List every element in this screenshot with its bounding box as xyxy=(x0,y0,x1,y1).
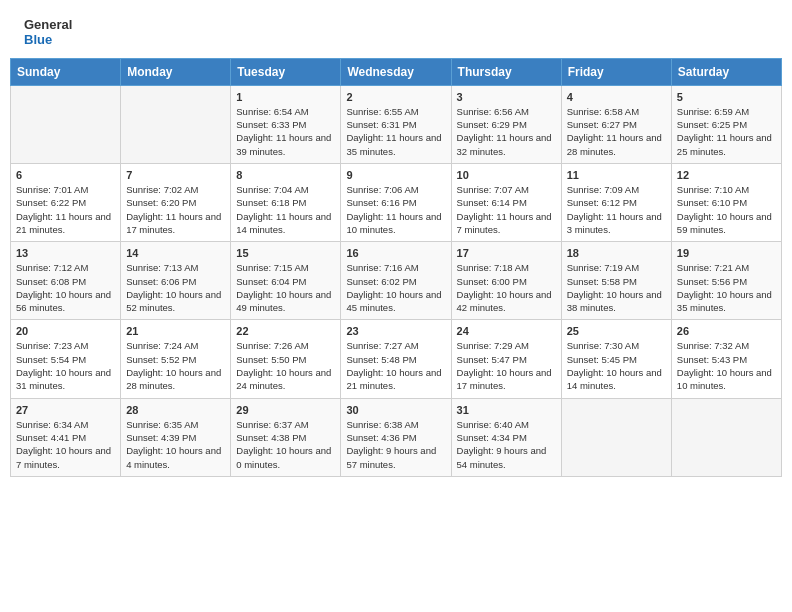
calendar-header: SundayMondayTuesdayWednesdayThursdayFrid… xyxy=(11,58,782,85)
calendar-week-row: 27Sunrise: 6:34 AMSunset: 4:41 PMDayligh… xyxy=(11,398,782,476)
day-number: 17 xyxy=(457,247,556,259)
day-info: Sunrise: 7:06 AMSunset: 6:16 PMDaylight:… xyxy=(346,183,445,236)
day-info: Sunrise: 7:19 AMSunset: 5:58 PMDaylight:… xyxy=(567,261,666,314)
day-info: Sunrise: 6:37 AMSunset: 4:38 PMDaylight:… xyxy=(236,418,335,471)
day-info: Sunrise: 7:26 AMSunset: 5:50 PMDaylight:… xyxy=(236,339,335,392)
day-number: 16 xyxy=(346,247,445,259)
logo: General Blue xyxy=(24,18,72,48)
calendar-cell xyxy=(121,85,231,163)
day-number: 12 xyxy=(677,169,776,181)
day-number: 4 xyxy=(567,91,666,103)
day-number: 6 xyxy=(16,169,115,181)
day-number: 23 xyxy=(346,325,445,337)
calendar-cell: 26Sunrise: 7:32 AMSunset: 5:43 PMDayligh… xyxy=(671,320,781,398)
calendar-cell: 14Sunrise: 7:13 AMSunset: 6:06 PMDayligh… xyxy=(121,242,231,320)
day-number: 20 xyxy=(16,325,115,337)
weekday-header: Tuesday xyxy=(231,58,341,85)
day-number: 7 xyxy=(126,169,225,181)
day-info: Sunrise: 6:38 AMSunset: 4:36 PMDaylight:… xyxy=(346,418,445,471)
day-number: 2 xyxy=(346,91,445,103)
calendar-cell: 24Sunrise: 7:29 AMSunset: 5:47 PMDayligh… xyxy=(451,320,561,398)
day-info: Sunrise: 7:18 AMSunset: 6:00 PMDaylight:… xyxy=(457,261,556,314)
day-info: Sunrise: 7:29 AMSunset: 5:47 PMDaylight:… xyxy=(457,339,556,392)
day-info: Sunrise: 7:10 AMSunset: 6:10 PMDaylight:… xyxy=(677,183,776,236)
day-info: Sunrise: 7:02 AMSunset: 6:20 PMDaylight:… xyxy=(126,183,225,236)
day-number: 21 xyxy=(126,325,225,337)
day-number: 29 xyxy=(236,404,335,416)
calendar-cell: 20Sunrise: 7:23 AMSunset: 5:54 PMDayligh… xyxy=(11,320,121,398)
day-number: 13 xyxy=(16,247,115,259)
day-number: 28 xyxy=(126,404,225,416)
page-header: General Blue xyxy=(0,0,792,58)
calendar-week-row: 20Sunrise: 7:23 AMSunset: 5:54 PMDayligh… xyxy=(11,320,782,398)
day-info: Sunrise: 7:12 AMSunset: 6:08 PMDaylight:… xyxy=(16,261,115,314)
calendar-cell: 31Sunrise: 6:40 AMSunset: 4:34 PMDayligh… xyxy=(451,398,561,476)
calendar-cell: 25Sunrise: 7:30 AMSunset: 5:45 PMDayligh… xyxy=(561,320,671,398)
calendar-cell: 5Sunrise: 6:59 AMSunset: 6:25 PMDaylight… xyxy=(671,85,781,163)
weekday-header: Thursday xyxy=(451,58,561,85)
day-info: Sunrise: 6:34 AMSunset: 4:41 PMDaylight:… xyxy=(16,418,115,471)
weekday-header: Sunday xyxy=(11,58,121,85)
day-info: Sunrise: 7:24 AMSunset: 5:52 PMDaylight:… xyxy=(126,339,225,392)
day-info: Sunrise: 7:07 AMSunset: 6:14 PMDaylight:… xyxy=(457,183,556,236)
day-info: Sunrise: 6:56 AMSunset: 6:29 PMDaylight:… xyxy=(457,105,556,158)
calendar-cell: 9Sunrise: 7:06 AMSunset: 6:16 PMDaylight… xyxy=(341,164,451,242)
calendar-table: SundayMondayTuesdayWednesdayThursdayFrid… xyxy=(10,58,782,477)
weekday-header: Friday xyxy=(561,58,671,85)
calendar-cell xyxy=(11,85,121,163)
calendar-cell: 21Sunrise: 7:24 AMSunset: 5:52 PMDayligh… xyxy=(121,320,231,398)
day-number: 14 xyxy=(126,247,225,259)
weekday-header: Monday xyxy=(121,58,231,85)
calendar-cell: 3Sunrise: 6:56 AMSunset: 6:29 PMDaylight… xyxy=(451,85,561,163)
day-number: 19 xyxy=(677,247,776,259)
day-info: Sunrise: 6:35 AMSunset: 4:39 PMDaylight:… xyxy=(126,418,225,471)
logo-blue: Blue xyxy=(24,33,72,48)
calendar-cell: 23Sunrise: 7:27 AMSunset: 5:48 PMDayligh… xyxy=(341,320,451,398)
calendar-week-row: 13Sunrise: 7:12 AMSunset: 6:08 PMDayligh… xyxy=(11,242,782,320)
day-number: 15 xyxy=(236,247,335,259)
day-number: 9 xyxy=(346,169,445,181)
day-info: Sunrise: 7:21 AMSunset: 5:56 PMDaylight:… xyxy=(677,261,776,314)
day-info: Sunrise: 7:32 AMSunset: 5:43 PMDaylight:… xyxy=(677,339,776,392)
calendar-cell: 15Sunrise: 7:15 AMSunset: 6:04 PMDayligh… xyxy=(231,242,341,320)
calendar-cell: 2Sunrise: 6:55 AMSunset: 6:31 PMDaylight… xyxy=(341,85,451,163)
calendar-cell: 1Sunrise: 6:54 AMSunset: 6:33 PMDaylight… xyxy=(231,85,341,163)
day-info: Sunrise: 7:16 AMSunset: 6:02 PMDaylight:… xyxy=(346,261,445,314)
calendar-body: 1Sunrise: 6:54 AMSunset: 6:33 PMDaylight… xyxy=(11,85,782,476)
calendar-cell: 16Sunrise: 7:16 AMSunset: 6:02 PMDayligh… xyxy=(341,242,451,320)
day-number: 24 xyxy=(457,325,556,337)
calendar-cell: 11Sunrise: 7:09 AMSunset: 6:12 PMDayligh… xyxy=(561,164,671,242)
day-number: 8 xyxy=(236,169,335,181)
logo-container: General Blue xyxy=(24,18,72,48)
day-number: 10 xyxy=(457,169,556,181)
day-info: Sunrise: 7:30 AMSunset: 5:45 PMDaylight:… xyxy=(567,339,666,392)
day-number: 27 xyxy=(16,404,115,416)
calendar-cell: 8Sunrise: 7:04 AMSunset: 6:18 PMDaylight… xyxy=(231,164,341,242)
day-info: Sunrise: 7:27 AMSunset: 5:48 PMDaylight:… xyxy=(346,339,445,392)
day-number: 3 xyxy=(457,91,556,103)
calendar-cell: 29Sunrise: 6:37 AMSunset: 4:38 PMDayligh… xyxy=(231,398,341,476)
day-info: Sunrise: 6:54 AMSunset: 6:33 PMDaylight:… xyxy=(236,105,335,158)
calendar-cell: 22Sunrise: 7:26 AMSunset: 5:50 PMDayligh… xyxy=(231,320,341,398)
calendar-cell: 7Sunrise: 7:02 AMSunset: 6:20 PMDaylight… xyxy=(121,164,231,242)
calendar-cell: 30Sunrise: 6:38 AMSunset: 4:36 PMDayligh… xyxy=(341,398,451,476)
calendar-cell xyxy=(561,398,671,476)
day-number: 5 xyxy=(677,91,776,103)
day-number: 1 xyxy=(236,91,335,103)
day-info: Sunrise: 6:40 AMSunset: 4:34 PMDaylight:… xyxy=(457,418,556,471)
day-info: Sunrise: 7:15 AMSunset: 6:04 PMDaylight:… xyxy=(236,261,335,314)
calendar-cell: 6Sunrise: 7:01 AMSunset: 6:22 PMDaylight… xyxy=(11,164,121,242)
weekday-header: Wednesday xyxy=(341,58,451,85)
day-info: Sunrise: 6:55 AMSunset: 6:31 PMDaylight:… xyxy=(346,105,445,158)
day-number: 31 xyxy=(457,404,556,416)
calendar-cell: 18Sunrise: 7:19 AMSunset: 5:58 PMDayligh… xyxy=(561,242,671,320)
day-number: 11 xyxy=(567,169,666,181)
calendar-cell: 28Sunrise: 6:35 AMSunset: 4:39 PMDayligh… xyxy=(121,398,231,476)
calendar-cell: 10Sunrise: 7:07 AMSunset: 6:14 PMDayligh… xyxy=(451,164,561,242)
weekday-header: Saturday xyxy=(671,58,781,85)
weekday-row: SundayMondayTuesdayWednesdayThursdayFrid… xyxy=(11,58,782,85)
day-info: Sunrise: 6:59 AMSunset: 6:25 PMDaylight:… xyxy=(677,105,776,158)
calendar-cell: 27Sunrise: 6:34 AMSunset: 4:41 PMDayligh… xyxy=(11,398,121,476)
day-number: 22 xyxy=(236,325,335,337)
calendar-week-row: 1Sunrise: 6:54 AMSunset: 6:33 PMDaylight… xyxy=(11,85,782,163)
